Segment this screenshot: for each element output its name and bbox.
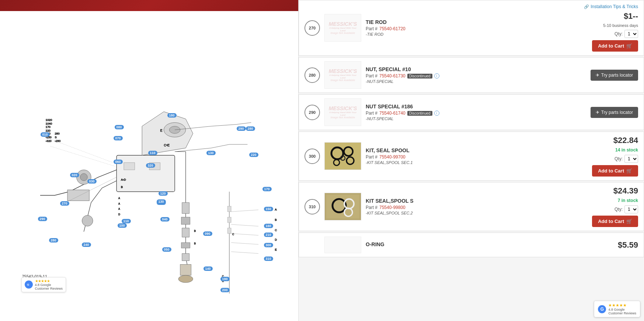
info-icon-280[interactable]: i	[434, 73, 439, 78]
diag-label-270[interactable]: 270	[60, 201, 69, 206]
part-number-link-300[interactable]: 75540-99700	[379, 154, 405, 160]
part-actions-290: ✈ Try parts locator	[579, 107, 638, 118]
svg-text:A: A	[118, 196, 120, 199]
qty-select-270[interactable]: 123	[624, 30, 638, 38]
diag-label-160[interactable]: 160	[264, 224, 273, 228]
add-to-cart-button-300[interactable]: Add to Cart 🛒	[592, 165, 638, 177]
add-to-cart-button-270[interactable]: Add to Cart 🛒	[592, 40, 638, 52]
info-icon-290[interactable]: i	[434, 111, 439, 116]
diag-label-090[interactable]: 090	[203, 231, 212, 236]
part-info-300: KIT, SEAL SPOOL Part # 75540-99700 -KIT …	[366, 147, 575, 165]
diag-label-310[interactable]: 310	[264, 257, 273, 261]
diag-label-240[interactable]: 240	[82, 243, 91, 247]
part-number-label-290: Part #	[366, 111, 377, 116]
diag-label-280[interactable]: 280	[246, 126, 255, 131]
google-platform: Google	[41, 283, 51, 287]
diag-label-150[interactable]: 150	[264, 207, 273, 211]
part-number-link-290[interactable]: 75540-61740	[379, 111, 405, 116]
qty-label-300: Qty:	[615, 156, 623, 161]
svg-point-14	[178, 275, 192, 283]
diag-label-110b[interactable]: 110	[122, 219, 131, 223]
add-to-cart-button-310[interactable]: Add to Cart 🛒	[592, 216, 638, 227]
main-container: C•E E A•D B A B C D E A A A D	[0, 0, 644, 321]
part-image-290: MESSICK'S A Helping Hand With Your Land …	[324, 98, 361, 126]
part-name-290: NUT SPECIAL #186	[366, 104, 575, 109]
part-actions-320: $5.59	[579, 240, 638, 250]
svg-line-22	[231, 210, 258, 212]
google-review-bottom[interactable]: G ★★★★★ 4.8 Google Customer Reviews	[594, 301, 640, 317]
part-number-link-310[interactable]: 75540-99800	[379, 205, 405, 210]
diag-label-140[interactable]: 140	[203, 266, 213, 271]
price-300: $22.84	[613, 136, 638, 145]
svg-rect-63	[326, 195, 359, 219]
diag-label-210[interactable]: 210	[264, 233, 273, 237]
diag-label-050[interactable]: 050	[162, 247, 171, 252]
part-image-300	[324, 142, 361, 170]
svg-text:A•D: A•D	[121, 178, 126, 181]
qty-row-310: Qty: 123	[615, 205, 638, 213]
parts-list: 270 MESSICK'S A Helping Hand With Your L…	[299, 0, 644, 259]
part-number-row-270: Part # 75540-61720	[366, 26, 575, 31]
diag-label-040[interactable]: 040	[160, 217, 170, 221]
try-parts-locator-btn-280[interactable]: ✈ Try parts locator	[591, 70, 638, 81]
part-number-row-300: Part # 75540-99700	[366, 154, 575, 160]
svg-text:G: G	[27, 283, 29, 286]
diag-label-290b[interactable]: 290	[38, 217, 47, 221]
svg-point-18	[82, 215, 93, 226]
parts-panel[interactable]: 270 MESSICK'S A Helping Hand With Your L…	[299, 0, 644, 321]
diag-label-130[interactable]: 130	[206, 151, 216, 155]
diag-label-100[interactable]: 100	[118, 223, 127, 228]
part-item-300: 300 KIT, SEAL SPOOL	[299, 132, 644, 181]
diag-label-010[interactable]: 010	[41, 132, 50, 137]
diag-label-130b[interactable]: 130	[157, 199, 166, 204]
try-parts-locator-btn-290[interactable]: ✈ Try parts locator	[591, 107, 638, 118]
diag-label-300[interactable]: 300	[264, 243, 273, 247]
installation-tips-link[interactable]: 🔗 Installation Tips & Tricks	[584, 4, 638, 9]
cart-icon-310: 🛒	[626, 219, 632, 224]
diag-label-200[interactable]: 200	[220, 288, 230, 292]
diag-label-120[interactable]: 120	[159, 191, 168, 196]
svg-line-20	[50, 146, 115, 166]
svg-text:D: D	[118, 213, 120, 216]
part-item-320: 320 O-RING $5.59	[299, 233, 644, 257]
part-info-310: KIT SEAL,SPOOL S Part # 75540-99800 -KIT…	[366, 198, 575, 215]
google-review-bar[interactable]: G ★★★★★ 4.8 Google Customer Reviews	[21, 277, 66, 292]
qty-select-300[interactable]: 123	[624, 155, 638, 163]
svg-rect-11	[181, 243, 190, 248]
svg-rect-15	[227, 206, 231, 212]
add-to-cart-label-270: Add to Cart	[598, 43, 624, 49]
diag-label-170[interactable]: 170	[262, 187, 272, 191]
schematic-wrapper: C•E E A•D B A B C D E A A A D	[11, 37, 288, 295]
price-310: $24.39	[613, 186, 638, 196]
part-number-link-270[interactable]: 75540-61720	[379, 26, 405, 31]
part-actions-280: ✈ Try parts locator	[579, 70, 638, 81]
diag-label-020[interactable]: 020	[70, 173, 79, 177]
qty-select-310[interactable]: 123	[624, 205, 638, 213]
diag-label-320[interactable]: 320	[146, 163, 155, 168]
svg-rect-13	[180, 264, 191, 275]
svg-rect-16	[227, 217, 231, 223]
diag-label-110[interactable]: 110	[148, 151, 157, 155]
diagram-content: C•E E A•D B A B C D E A A A D	[0, 11, 298, 321]
diag-label-190[interactable]: 190	[220, 277, 230, 281]
svg-text:B: B	[275, 218, 276, 221]
qty-label-310: Qty:	[615, 207, 623, 212]
google-text-bottom: 4.8 Google	[608, 308, 636, 311]
diag-label-290[interactable]: 290	[237, 126, 246, 131]
diag-label-080[interactable]: 080	[115, 125, 124, 129]
diag-label-220[interactable]: 220	[249, 153, 258, 157]
part-item-310: 310 KIT SEAL,SPOOL S Part # 75540-99800	[299, 182, 644, 231]
diag-label-280b[interactable]: 280	[49, 238, 58, 243]
diag-label-030[interactable]: 030	[87, 179, 97, 184]
diag-label-060[interactable]: 060	[114, 160, 123, 164]
google-icon: G	[25, 280, 33, 289]
part-info-290: NUT SPECIAL #186 Part # 75540-61740 Disc…	[366, 104, 575, 121]
part-number-link-280[interactable]: 75540-61730	[379, 73, 405, 78]
diag-label-070[interactable]: 070	[114, 136, 123, 140]
svg-text:1020: 1020	[45, 118, 52, 121]
svg-text:A: A	[275, 208, 277, 211]
diagram-panel: C•E E A•D B A B C D E A A A D	[0, 0, 299, 321]
part-image-320	[324, 237, 361, 253]
diag-label-180[interactable]: 180	[167, 113, 177, 118]
part-ref-badge-310: 310	[304, 199, 320, 214]
